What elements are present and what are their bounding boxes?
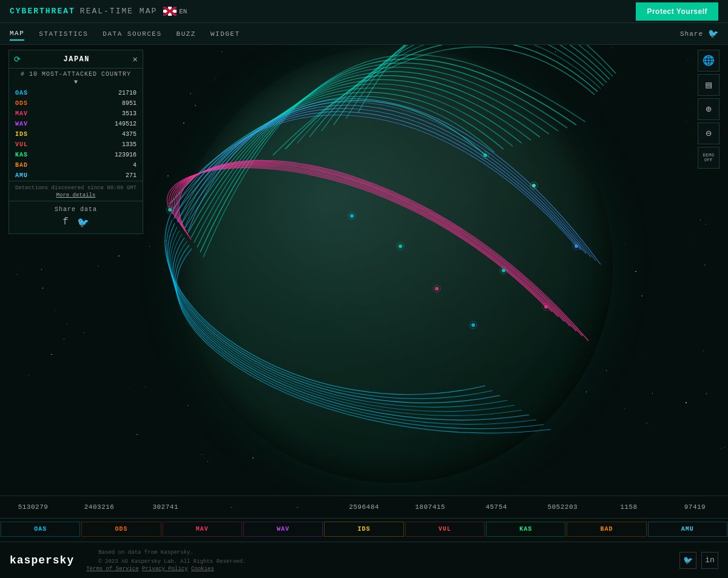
zoom-out-button[interactable]: ⊖ [698, 123, 720, 144]
share-data-title: Share data [15, 206, 136, 213]
nav-item-buzz[interactable]: BUZZ [177, 28, 196, 40]
refresh-icon[interactable]: ⟳ [14, 55, 21, 64]
secondary-navigation: MAP STATISTICS DATA SOURCES BUZZ WIDGET … [0, 23, 728, 45]
stat-label-ids[interactable]: IDS [324, 522, 403, 537]
nav-item-data-sources[interactable]: DATA SOURCES [103, 28, 161, 40]
footer-links: Terms of Service Privacy Policy Cookies [86, 566, 246, 572]
stat-row-wav: WAV149512 [9, 119, 143, 129]
brand-realtime: REAL-TIME MAP [80, 7, 157, 16]
bottom-stats-bar: 5130279 2403216 302741 - - 2596484 18074… [0, 496, 728, 542]
stat-val-kas: 123916 [115, 152, 136, 158]
stat-label-bad: BAD [15, 162, 28, 169]
stat-val-ods: 8951 [122, 100, 136, 107]
stat-num-dash1: - [198, 503, 265, 511]
twitter-social-icon[interactable]: 🐦 [77, 217, 89, 229]
globe-view-button[interactable]: 🌐 [698, 50, 720, 72]
stat-num-dash2: - [265, 503, 331, 511]
right-controls: 🌐 ▤ ⊕ ⊖ DEMO OFF [698, 50, 720, 169]
cookies-link[interactable]: Cookies [191, 566, 214, 572]
share-icons: f 🐦 [15, 217, 136, 229]
stat-label-ods: ODS [15, 100, 28, 107]
stat-label-mav[interactable]: MAV [163, 522, 242, 537]
footer-linkedin-button[interactable]: in [701, 552, 718, 569]
main-content: ⟳ JAPAN ✕ # 10 MOST-ATTACKED COUNTRY ▼ O… [0, 45, 728, 496]
nav-item-widget[interactable]: WIDGET [211, 28, 240, 40]
lang-text: EN [179, 8, 187, 15]
stat-label-oas[interactable]: OAS [1, 522, 80, 537]
stats-numbers-row: 5130279 2403216 302741 - - 2596484 18074… [0, 496, 728, 518]
stat-val-bad: 4 [133, 162, 136, 169]
stat-label-bad[interactable]: BAD [567, 522, 646, 537]
detection-note: Detections discovered since 00:00 GMT [15, 185, 136, 191]
footer-twitter-button[interactable]: 🐦 [679, 552, 696, 569]
stat-row-kas: KAS123916 [9, 150, 143, 160]
footer-copyright: Based on data from Kaspersky. © 2023 AO … [98, 548, 246, 566]
stat-label-oas: OAS [15, 90, 28, 96]
stat-label-wav[interactable]: WAV [243, 522, 323, 537]
stat-label-vul[interactable]: VUL [405, 522, 485, 537]
footer: kaspersky Based on data from Kaspersky. … [0, 542, 728, 578]
stat-label-kas: KAS [15, 152, 28, 158]
stat-row-ids: IDS4375 [9, 129, 143, 139]
stat-label-amu[interactable]: AMU [648, 522, 727, 537]
stat-val-wav: 149512 [115, 121, 136, 127]
stat-label-ods[interactable]: ODS [81, 522, 161, 537]
demo-off-label: OFF [704, 158, 713, 163]
share-label: Share [680, 30, 703, 38]
stat-val-vul: 1335 [122, 141, 136, 148]
stat-val-ids: 4375 [122, 131, 136, 138]
zoom-in-button[interactable]: ⊕ [698, 98, 720, 120]
stat-label-mav: MAV [15, 110, 28, 117]
stat-label-vul: VUL [15, 141, 28, 148]
brand-logo: CYBERTHREAT REAL-TIME MAP [10, 7, 157, 16]
globe [176, 46, 613, 483]
share-data-section: Share data f 🐦 [9, 201, 143, 234]
stat-num-bad: 1158 [596, 503, 662, 511]
demo-toggle-button[interactable]: DEMO OFF [698, 147, 720, 169]
twitter-icon[interactable]: 🐦 [708, 29, 718, 39]
stat-row-vul: VUL1335 [9, 139, 143, 150]
language-selector[interactable]: EN [163, 7, 187, 16]
stat-label-amu: AMU [15, 172, 28, 179]
stat-num-mav: 302741 [132, 503, 198, 511]
protect-yourself-button[interactable]: Protect Yourself [636, 2, 718, 21]
top-navigation: CYBERTHREAT REAL-TIME MAP EN Protect You… [0, 0, 728, 23]
stat-val-mav: 3513 [122, 110, 136, 117]
info-panel: ⟳ JAPAN ✕ # 10 MOST-ATTACKED COUNTRY ▼ O… [8, 50, 143, 234]
stat-val-oas: 21710 [118, 90, 136, 96]
share-area: Share 🐦 [680, 29, 718, 39]
more-details-link[interactable]: More details [15, 192, 136, 198]
stat-num-vul: 45754 [463, 503, 530, 511]
stat-label-ids: IDS [15, 131, 28, 138]
panel-footer: Detections discovered since 00:00 GMT Mo… [9, 181, 143, 201]
stat-row-ods: ODS8951 [9, 98, 143, 109]
stat-label-kas[interactable]: KAS [486, 522, 565, 537]
footer-social: 🐦 in [679, 552, 718, 569]
list-view-button[interactable]: ▤ [698, 74, 720, 96]
panel-subtitle: # 10 MOST-ATTACKED COUNTRY [9, 69, 143, 79]
stat-row-bad: BAD4 [9, 160, 143, 170]
stat-num-oas: 5130279 [0, 503, 66, 511]
stat-num-ods: 2403216 [66, 503, 132, 511]
demo-label: DEMO [703, 153, 715, 158]
stat-row-oas: OAS21710 [9, 88, 143, 98]
panel-arrow: ▼ [9, 79, 143, 88]
stat-num-kas: 5052203 [530, 503, 596, 511]
stat-label-wav: WAV [15, 121, 28, 127]
stat-row-mav: MAV3513 [9, 109, 143, 119]
panel-header: ⟳ JAPAN ✕ [9, 50, 143, 69]
flag-uk-icon [163, 7, 177, 16]
svg-point-1 [166, 206, 174, 213]
close-icon[interactable]: ✕ [133, 54, 138, 64]
panel-title: JAPAN [21, 55, 133, 64]
nav-item-map[interactable]: MAP [10, 27, 24, 41]
nav-item-statistics[interactable]: STATISTICS [39, 28, 88, 40]
privacy-link[interactable]: Privacy Policy [142, 566, 188, 572]
terms-link[interactable]: Terms of Service [86, 566, 138, 572]
svg-point-0 [168, 208, 172, 212]
stat-row-amu: AMU271 [9, 170, 143, 181]
facebook-icon[interactable]: f [62, 217, 69, 229]
stat-num-amu: 97419 [662, 503, 728, 511]
brand-cyberthreat: CYBERTHREAT [10, 7, 75, 16]
stats-labels-row: OAS ODS MAV WAV IDS VUL KAS BAD AMU [0, 518, 728, 540]
